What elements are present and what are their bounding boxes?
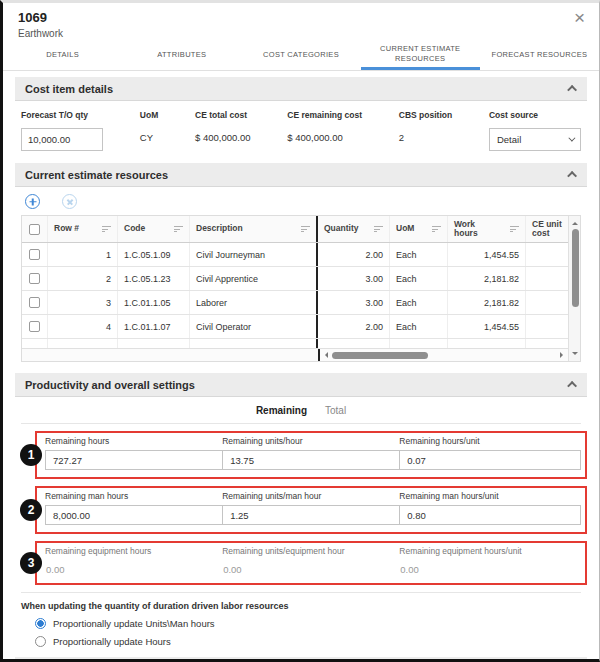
field-remaining-man-hours: Remaining man hours: [45, 491, 222, 525]
field-value: CY: [140, 128, 158, 143]
filter-icon[interactable]: [170, 226, 183, 232]
scroll-right-icon[interactable]: [560, 352, 566, 358]
col-header-code: Code: [124, 224, 145, 233]
radio-update-hours[interactable]: Proportionally update Hours: [35, 636, 581, 647]
section-resource-details[interactable]: Resource details: [15, 657, 587, 662]
row-checkbox[interactable]: [29, 321, 40, 332]
scroll-down-icon[interactable]: [572, 352, 578, 358]
field-forecast-to-qty: Forecast T/O qty: [21, 110, 103, 151]
radio-unselected-icon[interactable]: [35, 636, 46, 647]
cell-uom: Each: [390, 315, 448, 338]
remaining-man-hours-input[interactable]: [45, 505, 227, 525]
section-current-estimate-resources[interactable]: Current estimate resources: [15, 163, 587, 187]
row-checkbox[interactable]: [29, 249, 40, 260]
filter-icon[interactable]: [98, 226, 111, 232]
close-icon[interactable]: ×: [574, 10, 585, 39]
add-row-icon[interactable]: [25, 194, 40, 209]
toggle-remaining[interactable]: Remaining: [256, 405, 307, 416]
remaining-total-toggle: Remaining Total: [21, 397, 581, 424]
section-cost-item-details[interactable]: Cost item details: [15, 77, 587, 101]
table-header-row: Row # Code Description Quantity UoM Work…: [22, 216, 568, 243]
highlight-group-1: 1 Remaining hours Remaining units/hour R…: [35, 431, 587, 479]
field-cost-source: Cost source Detail: [489, 110, 581, 151]
tab-bar: DETAILS ATTRIBUTES COST CATEGORIES CURRE…: [3, 41, 599, 71]
collapse-icon[interactable]: [567, 381, 577, 391]
field-label: Remaining equipment hours: [45, 546, 222, 556]
tab-attributes[interactable]: ATTRIBUTES: [122, 41, 241, 70]
filter-icon[interactable]: [428, 226, 441, 232]
step-badge-3: 3: [20, 552, 42, 574]
cell-description: Civil Operator: [190, 315, 318, 338]
field-value: $ 400,000.00: [195, 128, 250, 143]
section-title: Productivity and overall settings: [25, 379, 195, 391]
cell-code: 1.C.01.1.05: [118, 291, 190, 314]
vertical-scroll-thumb[interactable]: [572, 229, 579, 307]
remaining-units-per-man-hour-input[interactable]: [222, 505, 404, 525]
field-label: Remaining man hours: [45, 491, 222, 501]
cell-work-hours: 1,454.55: [448, 243, 526, 266]
horizontal-scrollbar[interactable]: [22, 348, 568, 361]
cell-ce-unit-cost: [526, 315, 568, 338]
cell-uom: Each: [390, 267, 448, 290]
radio-selected-icon[interactable]: [35, 618, 46, 629]
table-row[interactable]: 1 1.C.05.1.09 Civil Journeyman 2.00 Each…: [22, 243, 568, 267]
grid-toolbar: [15, 187, 587, 215]
field-label: Remaining units/equipment hour: [222, 546, 399, 556]
scroll-left-icon[interactable]: [322, 352, 328, 358]
cost-source-select[interactable]: Detail: [489, 128, 581, 151]
col-header-uom: UoM: [396, 224, 414, 233]
field-ce-remaining-cost: CE remaining cost $ 400,000.00: [287, 110, 362, 151]
table-row[interactable]: 3 1.C.01.1.05 Laborer 3.00 Each 2,181.82: [22, 291, 568, 315]
remaining-units-per-hour-input[interactable]: [222, 450, 404, 470]
field-remaining-man-hours-per-unit: Remaining man hours/unit: [399, 491, 576, 525]
remaining-hours-input[interactable]: [45, 450, 227, 470]
page-title: 1069: [18, 10, 63, 25]
row-checkbox[interactable]: [29, 297, 40, 308]
field-label: Remaining equipment hours/unit: [399, 546, 576, 556]
filter-icon[interactable]: [506, 226, 519, 232]
col-header-row: Row #: [54, 224, 79, 233]
table-row[interactable]: 2 1.C.05.1.23 Civil Apprentice 3.00 Each…: [22, 267, 568, 291]
frozen-columns-spacer: [22, 349, 320, 361]
remaining-man-hours-per-unit-input[interactable]: [399, 505, 581, 525]
cell-code: 1.C.05.1.09: [118, 243, 190, 266]
tab-cost-categories[interactable]: COST CATEGORIES: [241, 41, 360, 70]
tab-details[interactable]: DETAILS: [3, 41, 122, 70]
collapse-icon[interactable]: [567, 85, 577, 95]
vertical-scrollbar[interactable]: [568, 216, 580, 361]
horizontal-scroll-thumb[interactable]: [332, 352, 428, 359]
section-productivity[interactable]: Productivity and overall settings: [15, 373, 587, 397]
table-row[interactable]: 4 1.C.01.1.07 Civil Operator 2.00 Each 1…: [22, 315, 568, 339]
filter-icon[interactable]: [370, 226, 383, 232]
field-label: Remaining units/hour: [222, 436, 399, 446]
remaining-hours-per-unit-input[interactable]: [399, 450, 581, 470]
productivity-groups: 1 Remaining hours Remaining units/hour R…: [15, 424, 587, 585]
field-label: Remaining hours: [45, 436, 222, 446]
dialog-header: 1069 Earthwork ×: [3, 3, 599, 39]
cell-description: Laborer: [190, 291, 318, 314]
dialog-content: Cost item details Forecast T/O qty UoM C…: [3, 71, 599, 662]
forecast-to-qty-input[interactable]: [21, 128, 103, 151]
filter-icon[interactable]: [297, 226, 310, 232]
field-label: Remaining hours/unit: [399, 436, 576, 446]
cost-item-details-body: Forecast T/O qty UoM CY CE total cost $ …: [15, 101, 587, 163]
tab-forecast-resources[interactable]: FORECAST RESOURCES: [480, 41, 599, 70]
row-checkbox[interactable]: [29, 273, 40, 284]
field-remaining-equipment-hours-per-unit: Remaining equipment hours/unit 0.00: [399, 546, 576, 576]
cell-work-hours: 2,181.82: [448, 291, 526, 314]
field-remaining-hours: Remaining hours: [45, 436, 222, 470]
collapse-icon[interactable]: [567, 171, 577, 181]
tab-current-estimate-resources[interactable]: CURRENT ESTIMATE RESOURCES: [361, 41, 480, 70]
toggle-total[interactable]: Total: [325, 405, 346, 416]
field-uom: UoM CY: [140, 110, 158, 151]
delete-row-icon[interactable]: [62, 194, 77, 209]
cell-uom: Each: [390, 243, 448, 266]
field-remaining-equipment-hours: Remaining equipment hours 0.00: [45, 546, 222, 576]
duration-options: When updating the quantity of duration d…: [21, 592, 581, 657]
field-label: UoM: [140, 110, 158, 120]
select-all-checkbox[interactable]: [29, 224, 40, 235]
cell-description: Civil Apprentice: [190, 267, 318, 290]
section-title: Current estimate resources: [25, 169, 168, 181]
scroll-up-icon[interactable]: [572, 219, 578, 225]
radio-update-units-man-hours[interactable]: Proportionally update Units\Man hours: [35, 618, 581, 629]
